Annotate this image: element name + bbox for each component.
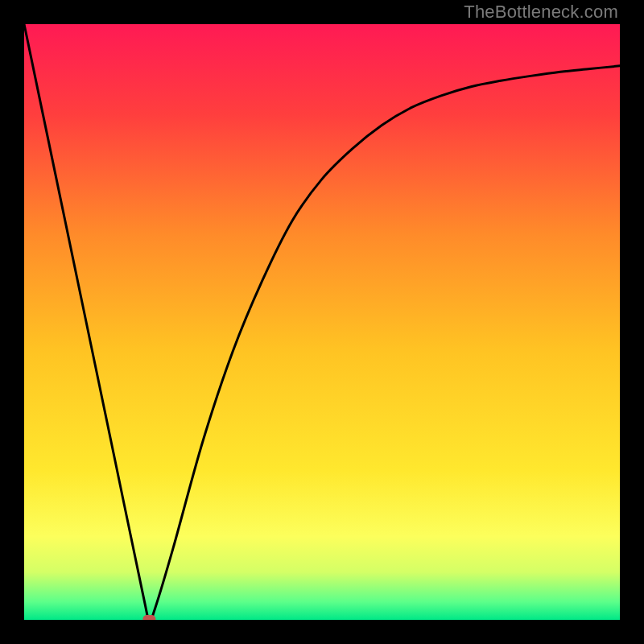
- chart-background: [24, 24, 620, 620]
- chart-frame: [24, 24, 620, 620]
- optimal-marker: [142, 615, 155, 620]
- watermark-text: TheBottleneck.com: [464, 2, 618, 23]
- bottleneck-chart: [24, 24, 620, 620]
